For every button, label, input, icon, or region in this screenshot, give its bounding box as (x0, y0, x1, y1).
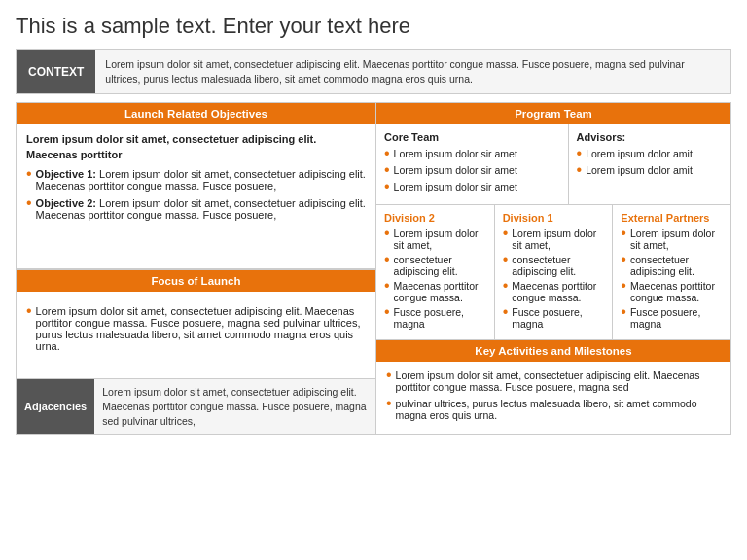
division1-col: Division 1 •Lorem ipsum dolor sit amet, … (495, 205, 614, 339)
left-column: Launch Related Objectives Lorem ipsum do… (17, 103, 376, 434)
objective2-item: • Objective 2: Lorem ipsum dolor sit ame… (26, 197, 366, 221)
bullet-icon: • (621, 304, 626, 320)
div1-bullet-1: •Lorem ipsum dolor sit amet, (503, 228, 605, 251)
right-column: Program Team Core Team • Lorem ipsum dol… (376, 103, 730, 434)
div1-bullet-3: •Maecenas porttitor congue massa. (503, 280, 605, 303)
div2-bullet-2: •consectetuer adipiscing elit. (384, 254, 486, 277)
adjacencies-text: Lorem ipsum dolor sit amet, consectetuer… (94, 379, 375, 434)
program-team-header: Program Team (376, 103, 730, 124)
context-label: CONTEXT (17, 50, 95, 93)
bullet-icon: • (621, 278, 626, 294)
bullet-icon: • (384, 162, 390, 178)
bullet-icon: • (577, 146, 583, 161)
bullet-icon: • (26, 166, 32, 182)
bullet-icon: • (386, 368, 392, 383)
bullet-icon: • (384, 146, 390, 161)
division2-title: Division 2 (384, 212, 486, 224)
objective2-text: Objective 2: Lorem ipsum dolor sit amet,… (36, 197, 366, 221)
bullet-icon: • (621, 252, 626, 267)
objective1-text: Objective 1: Lorem ipsum dolor sit amet,… (36, 168, 366, 192)
objective1-item: • Objective 1: Lorem ipsum dolor sit ame… (26, 168, 366, 192)
bullet-icon: • (503, 226, 509, 241)
ep-bullet-1: •Lorem ipsum dolor sit amet, (621, 228, 723, 251)
objectives-title: Lorem ipsum dolor sit amet, consectetuer… (26, 132, 366, 162)
focus-content: • Lorem ipsum dolor sit amet, consectetu… (17, 292, 375, 379)
bullet-icon: • (621, 226, 626, 241)
advisor-bullet-1: • Lorem ipsum dolor amit (577, 148, 723, 161)
focus-section: Focus of Launch • Lorem ipsum dolor sit … (17, 269, 375, 379)
launch-header: Launch Related Objectives (17, 103, 375, 124)
program-team-content: Core Team • Lorem ipsum dolor sir amet •… (376, 124, 730, 205)
bullet-icon: • (386, 396, 392, 411)
main-columns: Launch Related Objectives Lorem ipsum do… (16, 102, 731, 435)
bullet-icon: • (26, 303, 32, 319)
bullet-icon: • (384, 252, 390, 267)
ka-bullet-2-text: pulvinar ultrices, purus lectus malesuad… (396, 398, 721, 421)
external-partners-title: External Partners (621, 212, 723, 224)
key-activities-content: • Lorem ipsum dolor sit amet, consectetu… (376, 362, 730, 434)
div1-bullet-2: •consectetuer adipiscing elit. (503, 254, 605, 277)
core-bullet-3-text: Lorem ipsum dolor sir amet (394, 181, 517, 192)
adjacencies-label: Adjacencies (17, 379, 94, 434)
div2-bullet-3: •Maecenas porttitor congue massa. (384, 280, 486, 303)
ka-bullet-2: • pulvinar ultrices, purus lectus malesu… (386, 398, 721, 421)
bullet-icon: • (26, 195, 32, 211)
main-title: This is a sample text. Enter your text h… (16, 14, 731, 39)
context-row: CONTEXT Lorem ipsum dolor sit amet, cons… (16, 49, 731, 94)
advisors-col: Advisors: • Lorem ipsum dolor amit • Lor… (569, 124, 730, 204)
advisors-title: Advisors: (577, 131, 723, 143)
ka-bullet-1: • Lorem ipsum dolor sit amet, consectetu… (386, 369, 721, 393)
ep-bullet-4: •Fusce posuere, magna (621, 306, 723, 330)
div1-bullet-4: •Fusce posuere, magna (503, 306, 605, 330)
context-text: Lorem ipsum dolor sit amet, consectetuer… (95, 50, 730, 93)
div2-bullet-4: •Fusce posuere, magna (384, 306, 486, 330)
advisor-bullet-1-text: Lorem ipsum dolor amit (586, 148, 693, 159)
bullet-icon: • (503, 278, 509, 294)
launch-objectives-content: Lorem ipsum dolor sit amet, consectetuer… (17, 124, 375, 269)
bullet-icon: • (503, 252, 509, 267)
bullet-icon: • (384, 304, 390, 320)
focus-text: Lorem ipsum dolor sit amet, consectetuer… (36, 305, 366, 352)
core-bullet-2-text: Lorem ipsum dolor sir amet (394, 164, 517, 176)
division1-title: Division 1 (503, 212, 605, 224)
core-bullet-1: • Lorem ipsum dolor sir amet (384, 148, 560, 161)
ka-bullet-1-text: Lorem ipsum dolor sit amet, consectetuer… (396, 369, 721, 393)
bullet-icon: • (384, 278, 390, 294)
key-activities-header: Key Activities and Milestones (376, 340, 730, 362)
focus-bullet: • Lorem ipsum dolor sit amet, consectetu… (26, 305, 366, 352)
bullet-icon: • (577, 162, 583, 178)
core-bullet-3: • Lorem ipsum dolor sir amet (384, 181, 560, 194)
external-partners-col: External Partners •Lorem ipsum dolor sit… (613, 205, 730, 339)
bullet-icon: • (384, 179, 390, 194)
advisor-bullet-2: • Lorem ipsum dolor amit (577, 164, 723, 178)
advisor-bullet-2-text: Lorem ipsum dolor amit (586, 164, 693, 176)
core-team-col: Core Team • Lorem ipsum dolor sir amet •… (376, 124, 569, 204)
division2-col: Division 2 •Lorem ipsum dolor sit amet, … (376, 205, 495, 339)
adjacencies-row: Adjacencies Lorem ipsum dolor sit amet, … (17, 379, 375, 434)
core-bullet-2: • Lorem ipsum dolor sir amet (384, 164, 560, 178)
focus-header: Focus of Launch (17, 270, 375, 292)
div2-bullet-1: •Lorem ipsum dolor sit amet, (384, 228, 486, 251)
core-team-title: Core Team (384, 131, 560, 143)
core-bullet-1-text: Lorem ipsum dolor sir amet (394, 148, 517, 159)
page: This is a sample text. Enter your text h… (0, 0, 747, 444)
division-row: Division 2 •Lorem ipsum dolor sit amet, … (376, 205, 730, 340)
bullet-icon: • (503, 304, 509, 320)
ep-bullet-3: •Maecenas porttitor congue massa. (621, 280, 723, 303)
ep-bullet-2: •consectetuer adipiscing elit. (621, 254, 723, 277)
bullet-icon: • (384, 226, 390, 241)
